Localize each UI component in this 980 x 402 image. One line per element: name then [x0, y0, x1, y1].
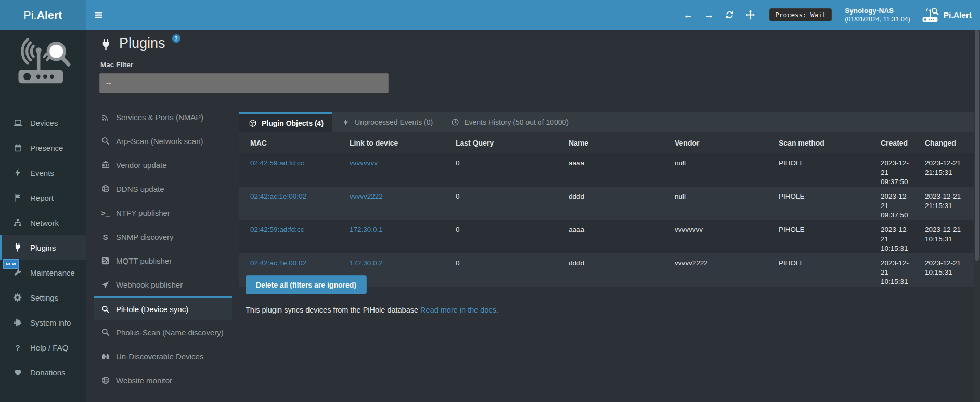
plugin-item-arpscan[interactable]: Arp-Scan (Network scan) — [94, 129, 232, 153]
vertical-scrollbar[interactable] — [974, 30, 980, 402]
brand-suffix: Alert — [37, 9, 62, 21]
name-cell: dddd — [564, 253, 670, 287]
plugin-item-pholus[interactable]: Pholus-Scan (Name discovery) — [94, 320, 232, 344]
tab-label: Unprocessed Events (0) — [355, 118, 433, 126]
sidebar-item-devices[interactable]: Devices — [0, 110, 86, 135]
sidebar-item-plugins[interactable]: Plugins — [0, 235, 86, 260]
col-changed: Changed — [921, 132, 974, 153]
changed-cell: 2023-12-21 21:15:31 — [921, 187, 974, 220]
cube-icon — [248, 119, 257, 127]
plugin-item-label: NTFY publisher — [116, 209, 170, 217]
changed-cell: 2023-12-21 10:15:31 — [921, 253, 974, 287]
laptop-icon — [12, 118, 23, 128]
page-title: Plugins ? — [99, 35, 180, 51]
heart-icon — [12, 367, 23, 378]
col-last-query: Last Query — [452, 132, 564, 153]
plugin-item-undiscoverable[interactable]: Un-Discoverable Devices — [94, 344, 232, 368]
plugin-item-label: Services & Ports (NMAP) — [116, 113, 203, 122]
created-cell: 2023-12-21 09:37:50 — [876, 187, 921, 220]
created-cell: 2023-12-21 09:37:50 — [876, 153, 921, 187]
device-link[interactable]: 172.30.0.2 — [350, 259, 383, 267]
delete-all-button[interactable]: Delete all (filters are ignored) — [246, 275, 367, 294]
sidebar-menu: Devices Presence Events Report Network P… — [0, 110, 86, 385]
plugin-item-ntfy[interactable]: >_NTFY publisher — [94, 201, 232, 225]
col-name: Name — [564, 132, 670, 153]
sidebar-item-label: Devices — [30, 119, 58, 127]
signal-icon — [100, 112, 110, 122]
sidebar-item-donations[interactable]: Donations — [0, 360, 86, 385]
sidebar-toggle-button[interactable] — [86, 0, 111, 30]
table-row: 02:42:59:ad:fd:cc vvvvvvvv 0 aaaa null P… — [239, 153, 974, 187]
last-query-cell: 0 — [452, 153, 564, 187]
process-status-badge: Process: Wait — [769, 8, 832, 21]
sidebar-item-events[interactable]: Events — [0, 160, 86, 185]
sidebar-item-label: Maintenance — [30, 268, 75, 277]
plugin-item-webhook[interactable]: Webhook publisher — [94, 273, 232, 296]
globe-icon — [100, 184, 110, 194]
vendor-cell: vvvvv2222 — [670, 253, 775, 287]
plugin-item-snmp[interactable]: SSNMP discovery — [94, 225, 232, 249]
device-link[interactable]: vvvvvvvv — [350, 159, 378, 167]
last-query-cell: 0 — [452, 253, 564, 287]
device-info: Synology-NAS (01/01/2024, 11:31:04) — [845, 6, 910, 24]
col-scan-method: Scan method — [775, 132, 876, 153]
mac-link[interactable]: 02:42:ac:1e:00:02 — [250, 192, 306, 200]
device-link[interactable]: vvvvv2222 — [350, 192, 383, 200]
last-query-cell: 0 — [452, 187, 564, 220]
device-link[interactable]: 172.30.0.1 — [350, 226, 383, 234]
sidebar-item-label: System info — [30, 318, 71, 327]
plugin-item-label: Webhook publisher — [116, 280, 183, 289]
brand-prefix: Pi. — [24, 9, 37, 21]
bolt-icon — [12, 167, 23, 178]
sidebar-item-presence[interactable]: Presence — [0, 135, 86, 160]
clock-icon — [450, 118, 459, 127]
bolt-icon — [341, 118, 350, 127]
created-cell: 2023-12-21 10:15:31 — [876, 220, 921, 253]
plugin-item-label: Pholus-Scan (Name discovery) — [116, 328, 224, 337]
sidebar-item-network[interactable]: Network — [0, 210, 86, 235]
tab-events-history[interactable]: Events History (50 out of 10000) — [442, 112, 577, 132]
tab-bar: Plugin Objects (4) Unprocessed Events (0… — [239, 112, 974, 132]
plugin-item-mqtt[interactable]: MQTT publisher — [94, 249, 232, 273]
plugin-item-ddns[interactable]: DDNS update — [94, 177, 232, 201]
table-row: 02:42:59:ad:fd:cc 172.30.0.1 0 aaaa vvvv… — [239, 220, 974, 253]
mac-link[interactable]: 02:42:59:ad:fd:cc — [250, 226, 304, 234]
scrollbar-thumb[interactable] — [975, 30, 979, 261]
tab-plugin-objects[interactable]: Plugin Objects (4) — [239, 112, 332, 132]
plugin-item-pihole[interactable]: PiHole (Device sync) — [94, 296, 232, 320]
plugin-item-website-monitor[interactable]: Website monitor — [94, 368, 232, 392]
nav-back-icon[interactable]: ← — [683, 10, 693, 20]
sidebar-item-help-faq[interactable]: ?Help / FAQ — [0, 335, 86, 360]
sidebar-item-system-info[interactable]: System info — [0, 310, 86, 335]
nav-forward-icon[interactable]: → — [704, 10, 714, 20]
brand-logo[interactable]: Pi.Alert — [0, 0, 86, 30]
sidebar-item-report[interactable]: Report — [0, 185, 86, 210]
vendor-cell: null — [670, 153, 775, 187]
help-badge[interactable]: ? — [172, 34, 180, 43]
created-cell: 2023-12-21 10:15:31 — [876, 253, 921, 287]
name-cell: aaaa — [564, 220, 670, 253]
tab-unprocessed-events[interactable]: Unprocessed Events (0) — [332, 112, 442, 132]
mac-link[interactable]: 02:42:59:ad:fd:cc — [250, 159, 304, 167]
plugin-item-label: DDNS update — [116, 185, 164, 193]
app-name: Pi.Alert — [944, 10, 972, 20]
device-timestamp: (01/01/2024, 11:31:04) — [845, 15, 910, 23]
sidebar-item-label: Network — [30, 218, 59, 227]
refresh-icon[interactable] — [725, 10, 734, 20]
sidebar-item-label: Report — [30, 193, 54, 202]
sidebar: NEW Devices Presence Events Report Netwo… — [0, 30, 86, 402]
move-icon[interactable] — [745, 10, 755, 20]
plugin-item-label: MQTT publisher — [116, 256, 172, 265]
read-docs-link[interactable]: Read more in the docs. — [420, 306, 498, 314]
mac-filter-input[interactable] — [99, 73, 389, 93]
hamburger-icon — [94, 10, 104, 20]
mac-link[interactable]: 02:42:ac:1e:00:02 — [250, 259, 306, 267]
col-link: Link to device — [345, 132, 452, 153]
header-right-cluster: ← → Process: Wait Synology-NAS (01/01/20… — [683, 0, 980, 30]
sidebar-item-label: Help / FAQ — [30, 343, 68, 352]
terminal-icon: >_ — [100, 208, 110, 218]
plugin-item-nmap[interactable]: Services & Ports (NMAP) — [94, 105, 232, 129]
sidebar-item-settings[interactable]: Settings — [0, 285, 86, 310]
new-badge: NEW — [3, 259, 19, 269]
plugin-item-vendor-update[interactable]: Vendor update — [94, 153, 232, 177]
